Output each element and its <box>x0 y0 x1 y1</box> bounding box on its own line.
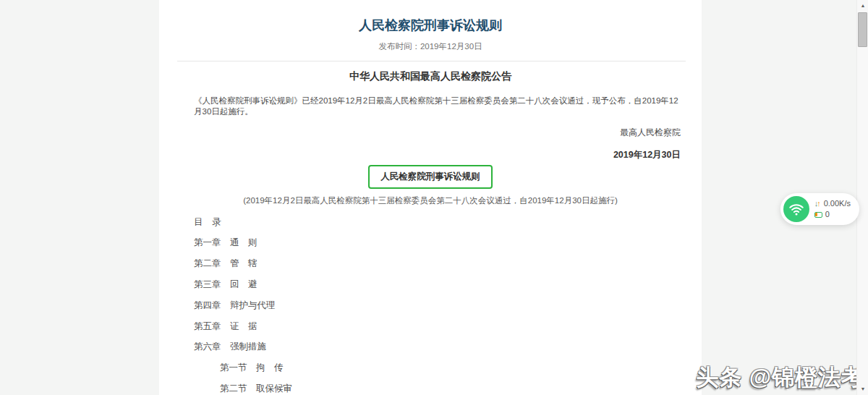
speed-row: ↓↑ 0.00K/s <box>814 199 851 208</box>
toc-item: 目 录 <box>159 212 702 233</box>
toc-item: 第一节 拘 传 <box>159 357 702 378</box>
announcement-paragraph: 《人民检察院刑事诉讼规则》已经2019年12月2日最高人民检察院第十三届检察委员… <box>194 95 681 117</box>
adoption-note: (2019年12月2日最高人民检察院第十三届检察委员会第二十八次会议通过，自20… <box>159 195 702 206</box>
boxed-title-row: 人民检察院刑事诉讼规则 <box>159 165 702 189</box>
toc-item: 第二章 管 辖 <box>159 253 702 274</box>
network-stats: ↓↑ 0.00K/s 0 <box>814 199 851 219</box>
page-title: 人民检察院刑事诉讼规则 <box>181 19 680 33</box>
network-speed-value: 0.00K/s <box>824 199 851 208</box>
network-monitor-widget[interactable]: ↓↑ 0.00K/s 0 <box>780 193 859 225</box>
scroll-down-arrow[interactable]: ▼ <box>857 383 868 395</box>
toc-item: 第六章 强制措施 <box>159 336 702 357</box>
toc-item: 第一章 通 则 <box>159 232 702 253</box>
scrollbar[interactable]: ▲ ▼ <box>856 0 868 395</box>
scrollbar-thumb[interactable] <box>858 12 867 47</box>
announcement-heading: 中华人民共和国最高人民检察院公告 <box>159 70 702 83</box>
publish-date: 发布时间：2019年12月30日 <box>159 41 702 52</box>
document-panel: 人民检察院刑事诉讼规则 发布时间：2019年12月30日 中华人民共和国最高人民… <box>159 0 702 395</box>
battery-icon <box>814 212 822 218</box>
table-of-contents: 目 录第一章 通 则第二章 管 辖第三章 回 避第四章 辩护与代理第五章 证 据… <box>159 212 702 395</box>
page: 人民检察院刑事诉讼规则 发布时间：2019年12月30日 中华人民共和国最高人民… <box>0 0 868 395</box>
updown-arrows-icon: ↓↑ <box>814 200 821 208</box>
signature-date: 2019年12月30日 <box>180 149 681 161</box>
scroll-up-arrow[interactable]: ▲ <box>857 0 868 12</box>
signature-org: 最高人民检察院 <box>180 127 681 139</box>
widget-count-value: 0 <box>825 210 830 219</box>
watermark: 头条 @锦橙法考 <box>696 362 864 393</box>
toc-item: 第三章 回 避 <box>159 274 702 295</box>
wifi-icon <box>783 196 809 222</box>
toc-item: 第四章 辩护与代理 <box>159 295 702 316</box>
count-row: 0 <box>814 210 851 219</box>
watermark-text: 头条 @锦橙法考 <box>696 365 864 390</box>
divider <box>177 61 686 61</box>
highlighted-doc-title: 人民检察院刑事诉讼规则 <box>368 165 493 189</box>
toc-item: 第二节 取保候审 <box>159 378 702 395</box>
toc-item: 第五章 证 据 <box>159 316 702 337</box>
